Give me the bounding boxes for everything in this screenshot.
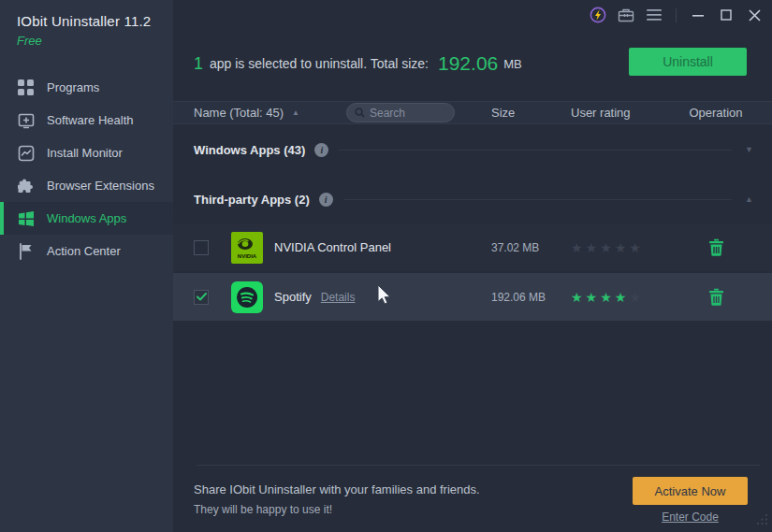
- selection-message: app is selected to uninstall. Total size…: [210, 56, 429, 71]
- sidebar-item-label: Windows Apps: [47, 211, 126, 225]
- star-empty-icon[interactable]: ★: [629, 290, 644, 305]
- section-title: Windows Apps (43): [194, 143, 305, 157]
- sidebar-item-label: Browser Extensions: [47, 179, 154, 193]
- section-divider: [343, 199, 732, 200]
- sidebar-item-label: Software Health: [47, 113, 134, 127]
- selection-summary: 1 app is selected to uninstall. Total si…: [173, 41, 772, 86]
- row-checkbox[interactable]: [194, 240, 209, 255]
- app-name-cell: NVIDIA Control Panel: [274, 240, 491, 254]
- trash-icon[interactable]: [708, 288, 724, 306]
- programs-grid-icon: [17, 79, 35, 96]
- footer-divider: [197, 465, 760, 466]
- install-monitor-icon: [17, 144, 35, 162]
- svg-text:NVIDIA: NVIDIA: [238, 253, 257, 259]
- size-column-header[interactable]: Size: [491, 106, 571, 120]
- sidebar: IObit Uninstaller 11.2 Free Programs Sof…: [0, 0, 173, 532]
- sort-asc-icon: ▲: [292, 108, 299, 117]
- star-empty-icon[interactable]: ★: [615, 240, 630, 255]
- selected-count: 1: [194, 54, 203, 74]
- share-message-line1: Share IObit Uninstaller with your famili…: [194, 482, 480, 496]
- enter-code-link[interactable]: Enter Code: [633, 510, 748, 524]
- main-panel: 1 app is selected to uninstall. Total si…: [173, 0, 772, 532]
- details-link[interactable]: Details: [321, 291, 356, 304]
- search-input[interactable]: [370, 107, 446, 120]
- resize-grip-icon[interactable]: [756, 512, 768, 529]
- chevron-down-icon[interactable]: ▼: [745, 145, 753, 154]
- titlebar: [173, 0, 772, 30]
- sidebar-item-windows-apps[interactable]: Windows Apps: [0, 202, 173, 235]
- sidebar-item-label: Action Center: [47, 244, 121, 258]
- uninstall-button[interactable]: Uninstall: [629, 48, 747, 76]
- star-empty-icon[interactable]: ★: [571, 240, 586, 255]
- app-title: IObit Uninstaller 11.2: [17, 13, 173, 29]
- row-checkbox[interactable]: [194, 290, 209, 305]
- user-rating-stars[interactable]: ★★★★★: [571, 240, 678, 255]
- nvidia-app-icon: NVIDIA: [231, 232, 263, 264]
- star-empty-icon[interactable]: ★: [586, 240, 601, 255]
- operation-cell: [678, 288, 753, 306]
- name-header-label: Name (Total: 45): [194, 106, 284, 120]
- section-third-party-apps[interactable]: Third-party Apps (2) i ▲: [173, 186, 772, 212]
- toolbox-icon[interactable]: [612, 0, 640, 30]
- total-size-value: 192.06: [438, 52, 498, 75]
- software-health-icon: [17, 111, 35, 129]
- sidebar-item-action-center[interactable]: Action Center: [0, 235, 173, 267]
- sidebar-item-label: Programs: [47, 80, 99, 94]
- table-header: Name (Total: 45) ▲ Size User rating Oper…: [173, 101, 772, 124]
- maximize-button[interactable]: [712, 0, 740, 30]
- rating-column-header[interactable]: User rating: [571, 106, 678, 120]
- app-size: 37.02 MB: [491, 241, 571, 254]
- operation-column-header: Operation: [678, 106, 753, 120]
- info-icon[interactable]: i: [314, 143, 328, 157]
- flag-icon: [17, 242, 35, 260]
- app-edition-badge: Free: [17, 34, 173, 48]
- menu-icon[interactable]: [640, 0, 668, 30]
- trash-icon[interactable]: [708, 238, 724, 256]
- app-name: NVIDIA Control Panel: [274, 240, 391, 254]
- info-icon[interactable]: i: [319, 193, 333, 207]
- star-filled-icon[interactable]: ★: [586, 290, 601, 305]
- sidebar-item-label: Install Monitor: [47, 146, 123, 160]
- section-title: Third-party Apps (2): [194, 193, 310, 207]
- sidebar-menu: Programs Software Health Install Monitor…: [0, 71, 173, 267]
- star-filled-icon[interactable]: ★: [615, 290, 630, 305]
- sidebar-item-software-health[interactable]: Software Health: [0, 104, 173, 137]
- star-filled-icon[interactable]: ★: [571, 290, 586, 305]
- operation-cell: [678, 238, 753, 256]
- spotify-app-icon: [231, 281, 263, 313]
- search-icon: [355, 108, 365, 118]
- boost-flash-icon[interactable]: [584, 0, 612, 30]
- app-name-cell: Spotify Details: [274, 290, 491, 304]
- titlebar-separator: [676, 8, 677, 22]
- star-empty-icon[interactable]: ★: [600, 240, 615, 255]
- sidebar-item-programs[interactable]: Programs: [0, 71, 173, 104]
- star-filled-icon[interactable]: ★: [600, 290, 615, 305]
- section-windows-apps[interactable]: Windows Apps (43) i ▼: [173, 137, 772, 163]
- app-brand: IObit Uninstaller 11.2 Free: [0, 0, 173, 48]
- activate-now-button[interactable]: Activate Now: [633, 477, 748, 505]
- section-divider: [339, 150, 732, 151]
- sidebar-item-install-monitor[interactable]: Install Monitor: [0, 137, 173, 169]
- total-size-unit: MB: [503, 57, 522, 71]
- minimize-button[interactable]: [684, 0, 712, 30]
- user-rating-stars[interactable]: ★★★★★: [571, 290, 678, 305]
- table-row-spotify[interactable]: Spotify Details 192.06 MB ★★★★★: [173, 273, 772, 321]
- name-column-header[interactable]: Name (Total: 45) ▲: [194, 106, 299, 120]
- table-row-nvidia-control-panel[interactable]: NVIDIA NVIDIA Control Panel 37.02 MB ★★★…: [173, 223, 772, 271]
- search-box[interactable]: [346, 103, 455, 122]
- chevron-up-icon[interactable]: ▲: [745, 194, 753, 204]
- close-button[interactable]: [740, 0, 768, 30]
- share-message-line2: They will be happy to use it!: [194, 503, 332, 516]
- windows-logo-icon: [17, 209, 35, 227]
- app-name: Spotify: [274, 290, 312, 304]
- puzzle-icon: [17, 177, 35, 194]
- sidebar-item-browser-extensions[interactable]: Browser Extensions: [0, 169, 173, 202]
- star-empty-icon[interactable]: ★: [629, 240, 644, 255]
- app-size: 192.06 MB: [491, 291, 571, 304]
